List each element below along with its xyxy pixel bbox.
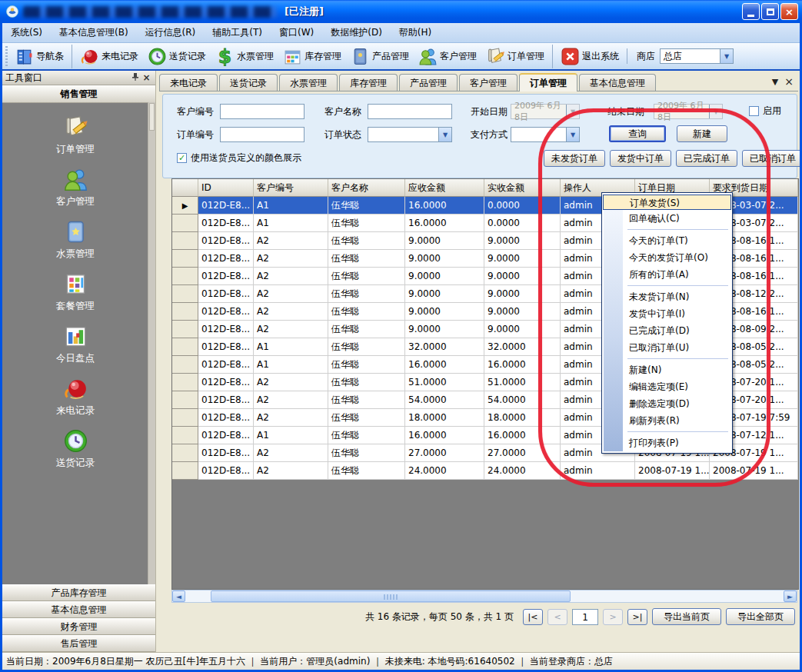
export-all-pages-button[interactable]: 导出全部页 — [726, 608, 795, 625]
row-selector-cell[interactable]: ▶ — [172, 303, 198, 321]
context-menu-item[interactable]: 编辑选定项(E) — [603, 378, 731, 395]
toolbar-button[interactable]: 库存管理 — [278, 45, 346, 68]
context-menu-item[interactable]: 发货中订单(I) — [603, 305, 731, 322]
tab[interactable]: 库存管理 — [339, 74, 398, 91]
menu-item[interactable]: 窗口(W) — [271, 23, 322, 42]
toolbar-button[interactable]: 产品管理 — [346, 45, 414, 68]
row-selector-cell[interactable]: ▶ — [172, 338, 198, 356]
context-menu-item[interactable]: 回单确认(C) — [603, 210, 731, 227]
row-selector-cell[interactable]: ▶ — [172, 409, 198, 427]
context-menu-item[interactable] — [603, 283, 731, 288]
sidebar-item[interactable]: 送货记录 — [56, 428, 95, 470]
minimize-button[interactable] — [742, 3, 760, 20]
menu-item[interactable]: 运行信息(R) — [137, 23, 205, 42]
context-menu-item[interactable] — [603, 356, 731, 361]
close-icon[interactable]: × — [141, 72, 152, 83]
sidebar-item[interactable]: 水票管理 — [56, 219, 95, 261]
column-header[interactable]: ID — [198, 179, 254, 197]
chevron-down-icon[interactable]: ▼ — [566, 128, 579, 141]
sidebar-item[interactable]: 来电记录 — [56, 376, 95, 418]
tab-close-icon[interactable]: × — [784, 75, 794, 88]
quick-filter-button[interactable]: 已取消订单 — [742, 150, 802, 167]
row-selector-cell[interactable]: ▶ — [172, 321, 198, 338]
menu-item[interactable]: 基本信息管理(B) — [51, 23, 137, 42]
toolbar-button[interactable]: 来电记录 — [72, 45, 143, 68]
checkbox-checked-icon[interactable]: ✓ — [177, 153, 187, 163]
tab-scroll-down-icon[interactable]: ▼ — [772, 77, 778, 87]
context-menu-item[interactable]: 打印列表(P) — [603, 434, 731, 451]
context-menu-item[interactable] — [603, 429, 731, 434]
toolbar-button[interactable]: 导航条 — [10, 45, 68, 68]
context-menu-item[interactable]: 今天的订单(T) — [603, 232, 731, 249]
row-selector-cell[interactable]: ▶ — [172, 268, 198, 285]
context-menu-item[interactable] — [603, 227, 731, 232]
tab[interactable]: 订单管理 — [519, 73, 577, 91]
column-header[interactable]: 实收金额 — [484, 179, 561, 197]
menu-item[interactable]: 数据维护(D) — [322, 23, 391, 42]
row-selector-cell[interactable]: ▶ — [172, 250, 198, 268]
color-display-checkbox[interactable]: ✓ 使用送货员定义的颜色展示 — [177, 151, 301, 165]
last-page-button[interactable]: >| — [627, 609, 647, 625]
prev-page-button[interactable]: < — [547, 609, 567, 625]
sidebar-group-bar[interactable]: 产品库存管理 — [2, 584, 155, 601]
next-page-button[interactable]: > — [603, 609, 623, 625]
column-header[interactable]: 客户名称 — [328, 179, 405, 197]
tab[interactable]: 来电记录 — [159, 74, 218, 91]
first-page-button[interactable]: |< — [523, 609, 543, 625]
chevron-down-icon[interactable]: ▼ — [438, 128, 451, 141]
close-button[interactable]: × — [780, 3, 798, 20]
context-menu-item[interactable]: 刷新列表(R) — [603, 412, 731, 429]
row-selector-cell[interactable]: ▶ — [172, 215, 198, 232]
start-date-picker[interactable]: 2009年 6月 8日▼ — [511, 104, 580, 119]
toolbar-button[interactable]: $ 水票管理 — [211, 45, 278, 68]
customer-code-input[interactable] — [220, 104, 304, 119]
context-menu-item[interactable]: 新建(N) — [603, 361, 731, 378]
row-selector-cell[interactable]: ▶ — [172, 391, 198, 409]
sidebar-group-bar[interactable]: 基本信息管理 — [2, 601, 155, 618]
pin-icon[interactable] — [129, 72, 141, 84]
toolbar-button[interactable]: 退出系统 — [552, 45, 624, 68]
quick-filter-button[interactable]: 发货中订单 — [610, 150, 671, 167]
scrollbar-thumb[interactable] — [211, 590, 571, 602]
quick-filter-button[interactable]: 未发货订单 — [544, 150, 605, 167]
checkbox-icon[interactable] — [749, 106, 759, 116]
context-menu-item[interactable]: 订单发货(S) — [603, 195, 731, 210]
toolbar-button[interactable]: 客户管理 — [414, 45, 481, 68]
sidebar-item[interactable]: 今日盘点 — [56, 324, 95, 365]
context-menu-item[interactable]: 未发货订单(N) — [603, 288, 731, 305]
context-menu-item[interactable]: 已完成订单(D) — [603, 322, 731, 339]
row-selector-cell[interactable]: ▶ — [172, 427, 198, 444]
scroll-left-icon[interactable]: ◄ — [172, 590, 185, 602]
row-selector-cell[interactable]: ▶ — [172, 232, 198, 250]
menu-item[interactable]: 辅助工具(T) — [204, 23, 271, 42]
sidebar-item[interactable]: 订单管理 — [56, 115, 95, 156]
tab[interactable]: 送货记录 — [219, 74, 278, 91]
column-header[interactable]: 客户编号 — [254, 179, 328, 197]
export-current-page-button[interactable]: 导出当前页 — [652, 608, 721, 625]
row-selector-cell[interactable]: ▶ — [172, 285, 198, 303]
chevron-down-icon[interactable]: ▼ — [720, 49, 733, 63]
quick-filter-button[interactable]: 已完成订单 — [676, 150, 737, 167]
new-button[interactable]: 新建 — [677, 125, 727, 142]
scroll-right-icon[interactable]: ► — [784, 590, 797, 602]
maximize-button[interactable] — [761, 3, 779, 20]
menu-item[interactable]: 帮助(H) — [391, 23, 440, 42]
enable-checkbox[interactable]: 启用 — [749, 105, 781, 118]
tab[interactable]: 基本信息管理 — [579, 74, 656, 91]
query-button[interactable]: 查询 — [609, 125, 666, 142]
end-date-picker[interactable]: 2009年 6月 8日▼ — [654, 104, 723, 119]
table-row[interactable]: ▶ 012D-E8... A2 伍华聪 24.0000 24.0000 admi… — [172, 462, 798, 480]
context-menu-item[interactable]: 已取消订单(U) — [603, 339, 731, 356]
row-selector-cell[interactable]: ▶ — [172, 374, 198, 391]
pay-method-select[interactable]: ▼ — [511, 127, 580, 142]
row-selector-cell[interactable]: ▶ — [172, 462, 198, 480]
order-status-select[interactable]: ▼ — [368, 127, 452, 142]
page-number-input[interactable]: 1 — [572, 609, 598, 625]
tab[interactable]: 客户管理 — [459, 74, 517, 91]
toolbar-button[interactable]: 送货记录 — [143, 45, 211, 68]
tab[interactable]: 水票管理 — [279, 74, 338, 91]
sidebar-item[interactable]: 客户管理 — [56, 167, 95, 208]
customer-name-input[interactable] — [368, 104, 452, 119]
row-selector-cell[interactable]: ▶ — [172, 197, 198, 215]
sidebar-scrollbar[interactable] — [148, 102, 155, 584]
